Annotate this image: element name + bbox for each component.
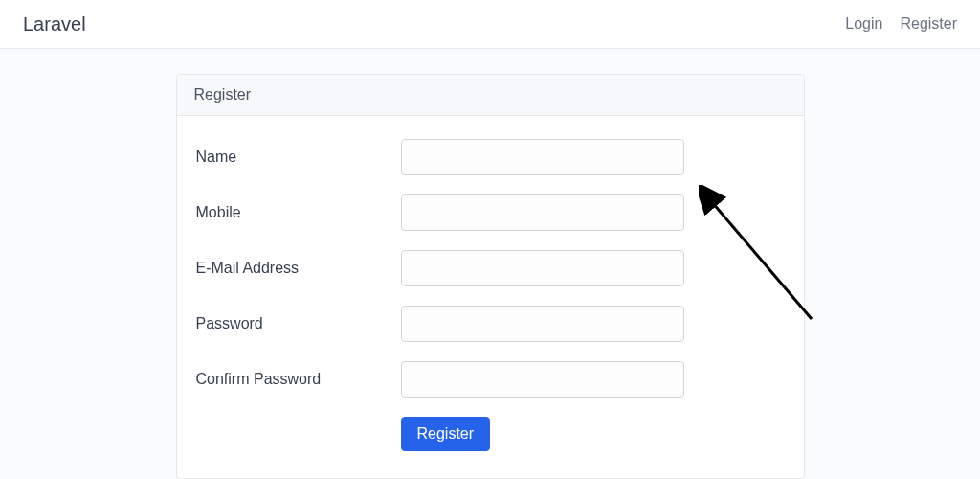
- card-body: Name Mobile E-Mail Address Password: [177, 116, 804, 478]
- mobile-input-wrap: [401, 194, 698, 231]
- name-row: Name: [196, 139, 785, 175]
- navbar-right: Login Register: [845, 15, 957, 33]
- register-button[interactable]: Register: [401, 417, 491, 451]
- email-input-wrap: [401, 250, 698, 286]
- confirm-password-row: Confirm Password: [196, 361, 785, 398]
- password-input[interactable]: [401, 306, 684, 342]
- mobile-label: Mobile: [196, 204, 388, 221]
- mobile-row: Mobile: [196, 194, 785, 231]
- name-input[interactable]: [401, 139, 684, 175]
- mobile-input[interactable]: [401, 194, 684, 231]
- brand-link[interactable]: Laravel: [23, 13, 86, 35]
- confirm-password-input[interactable]: [401, 361, 684, 398]
- email-input[interactable]: [401, 250, 684, 286]
- email-row: E-Mail Address: [196, 250, 785, 286]
- submit-row: Register: [196, 417, 785, 451]
- register-card: Register Name Mobile E-Mail Address: [176, 74, 805, 479]
- confirm-password-label: Confirm Password: [196, 371, 388, 388]
- name-input-wrap: [401, 139, 698, 175]
- password-input-wrap: [401, 306, 698, 342]
- name-label: Name: [196, 148, 388, 166]
- email-label: E-Mail Address: [196, 260, 388, 277]
- submit-offset: [196, 417, 388, 451]
- main-container: Register Name Mobile E-Mail Address: [0, 49, 980, 479]
- login-link[interactable]: Login: [845, 15, 882, 33]
- password-row: Password: [196, 306, 785, 342]
- navbar: Laravel Login Register: [0, 0, 980, 49]
- register-link[interactable]: Register: [900, 15, 957, 33]
- password-label: Password: [196, 315, 388, 332]
- confirm-password-input-wrap: [401, 361, 698, 398]
- card-header: Register: [177, 75, 804, 116]
